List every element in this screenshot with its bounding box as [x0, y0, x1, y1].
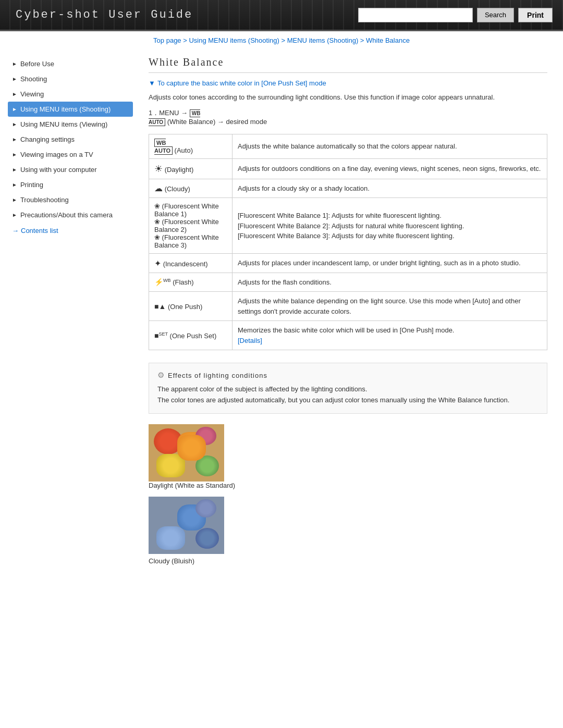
description-text: Adjusts color tones according to the sur…: [149, 92, 547, 103]
sidebar-item-label: Using MENU items (Shooting): [20, 105, 111, 113]
print-button[interactable]: Print: [518, 8, 553, 22]
main-content: White Balance ▼ To capture the basic whi…: [138, 48, 563, 588]
image-cloudy: [149, 497, 224, 554]
sidebar: ► Before Use ► Shooting ► Viewing ► Usin…: [0, 48, 138, 245]
sidebar-item-using-menu-shooting[interactable]: ► Using MENU items (Shooting): [8, 102, 133, 117]
arrow-icon: ►: [12, 121, 17, 127]
arrow-icon: ►: [12, 91, 17, 97]
arrow-icon: ►: [12, 76, 17, 82]
fruit-shape-1: [154, 428, 182, 454]
icon-cell: ❀ (Fluorescent White Balance 1) ❀ (Fluor…: [149, 198, 232, 254]
table-row: ❀ (Fluorescent White Balance 1) ❀ (Fluor…: [149, 198, 547, 254]
breadcrumb: Top page > Using MENU items (Shooting) >…: [0, 31, 563, 48]
icon-cell: ⚡WB (Flash): [149, 273, 232, 292]
image-cloudy-caption: Cloudy (Bluish): [149, 557, 547, 565]
image-daylight: [149, 424, 224, 482]
sidebar-item-label: Before Use: [20, 60, 54, 68]
note-section: ⚙ Effects of lighting conditions The app…: [149, 363, 547, 414]
fruit-shape-3: [156, 454, 185, 477]
one-push-icon: ■▲: [154, 302, 166, 311]
note-title-text: Effects of lighting conditions: [168, 372, 267, 379]
header-controls: Search Print: [358, 8, 563, 22]
image-daylight-container: Daylight (White as Standard): [149, 424, 547, 489]
icon-cell: ■SET (One Push Set): [149, 321, 232, 350]
breadcrumb-link-4[interactable]: White Balance: [366, 36, 410, 44]
wb-icon: WBAUTO: [149, 109, 200, 126]
arrow-icon: ►: [12, 197, 17, 203]
sidebar-item-label: Shooting: [20, 75, 47, 83]
table-row: ■SET (One Push Set) Memorizes the basic …: [149, 321, 547, 350]
desc-cell: Adjusts for the flash conditions.: [232, 273, 547, 292]
white-balance-table: WBAUTO (Auto) Adjusts the white balance …: [149, 134, 547, 351]
sidebar-item-label: Troubleshooting: [20, 196, 69, 204]
arrow-icon: ►: [12, 182, 17, 188]
table-row: ☀ (Daylight) Adjusts for outdoors condit…: [149, 158, 547, 179]
flash-icon: ⚡: [154, 278, 163, 287]
desc-cell: Memorizes the basic white color which wi…: [232, 321, 547, 350]
fluor3-icon: ❀: [154, 233, 160, 241]
sidebar-item-label: Printing: [20, 181, 43, 189]
breadcrumb-link-2[interactable]: Using MENU items (Shooting): [189, 36, 279, 44]
section-link[interactable]: ▼ To capture the basic white color in [O…: [149, 79, 547, 87]
table-row: ☁ (Cloudy) Adjusts for a cloudy sky or a…: [149, 179, 547, 198]
image-daylight-caption: Daylight (White as Standard): [149, 482, 547, 489]
fruit-shape-b3: [156, 526, 185, 550]
arrow-icon: ►: [12, 152, 17, 157]
sidebar-item-troubleshooting[interactable]: ► Troubleshooting: [8, 192, 133, 207]
sidebar-item-label: Using MENU items (Viewing): [20, 120, 107, 128]
sidebar-item-before-use[interactable]: ► Before Use: [8, 56, 133, 71]
wb-auto-icon: WBAUTO: [154, 139, 173, 155]
fluor1-icon: ❀: [154, 202, 160, 210]
breadcrumb-link-1[interactable]: Top page: [153, 36, 181, 44]
icon-cell: WBAUTO (Auto): [149, 134, 232, 158]
incandescent-icon: ✦: [154, 259, 161, 268]
contents-link-text[interactable]: Contents list: [21, 227, 58, 235]
fruit-shape-b5: [195, 499, 216, 517]
contents-list-link[interactable]: → Contents list: [8, 223, 133, 235]
fruit-shape-b4: [195, 528, 219, 549]
table-row: WBAUTO (Auto) Adjusts the white balance …: [149, 134, 547, 158]
search-button[interactable]: Search: [477, 8, 514, 22]
fruit-shape-4: [195, 455, 219, 476]
sidebar-item-viewing[interactable]: ► Viewing: [8, 87, 133, 102]
sidebar-item-label: Viewing: [20, 90, 44, 98]
icon-cell: ✦ (Incandescent): [149, 254, 232, 273]
icon-cell: ☁ (Cloudy): [149, 179, 232, 198]
sidebar-item-using-computer[interactable]: ► Using with your computer: [8, 162, 133, 177]
main-layout: ► Before Use ► Shooting ► Viewing ► Usin…: [0, 48, 563, 588]
table-row: ⚡WB (Flash) Adjusts for the flash condit…: [149, 273, 547, 292]
note-text-1: The apparent color of the subject is aff…: [157, 384, 538, 395]
arrow-right-icon: →: [12, 227, 19, 235]
sidebar-item-viewing-tv[interactable]: ► Viewing images on a TV: [8, 147, 133, 162]
sidebar-item-label: Precautions/About this camera: [20, 211, 113, 219]
sidebar-item-using-menu-viewing[interactable]: ► Using MENU items (Viewing): [8, 117, 133, 132]
image-cloudy-container: Cloudy (Bluish): [149, 497, 547, 565]
sidebar-item-shooting[interactable]: ► Shooting: [8, 71, 133, 87]
desc-cell: Adjusts for outdoors conditions on a fin…: [232, 158, 547, 179]
fluor2-icon: ❀: [154, 218, 160, 226]
fruit-shape-5: [195, 427, 216, 445]
sidebar-item-label: Changing settings: [20, 135, 75, 143]
breadcrumb-link-3[interactable]: MENU items (Shooting): [287, 36, 359, 44]
sidebar-item-label: Viewing images on a TV: [20, 151, 93, 158]
arrow-icon: ►: [12, 167, 17, 172]
cloudy-icon: ☁: [154, 184, 163, 193]
details-link[interactable]: [Details]: [238, 337, 262, 344]
menu-instruction: 1．MENU → WBAUTO (White Balance) → desire…: [149, 108, 547, 126]
desc-cell: Adjusts the white balance depending on t…: [232, 292, 547, 321]
page-title: White Balance: [149, 56, 547, 73]
table-row: ■▲ (One Push) Adjusts the white balance …: [149, 292, 547, 321]
arrow-icon: ►: [12, 212, 17, 218]
section-link-text[interactable]: To capture the basic white color in [One…: [157, 79, 326, 87]
arrow-icon: ►: [12, 137, 17, 142]
sidebar-item-printing[interactable]: ► Printing: [8, 177, 133, 192]
gear-icon: ⚙: [157, 371, 165, 380]
site-title: Cyber-shot User Guide: [0, 8, 193, 21]
sidebar-item-label: Using with your computer: [20, 166, 97, 174]
note-text-2: The color tones are adjusted automatical…: [157, 395, 538, 406]
search-input[interactable]: [358, 8, 473, 22]
sidebar-item-changing-settings[interactable]: ► Changing settings: [8, 132, 133, 147]
triangle-icon: ▼: [149, 79, 155, 87]
table-row: ✦ (Incandescent) Adjusts for places unde…: [149, 254, 547, 273]
sidebar-item-precautions[interactable]: ► Precautions/About this camera: [8, 207, 133, 223]
